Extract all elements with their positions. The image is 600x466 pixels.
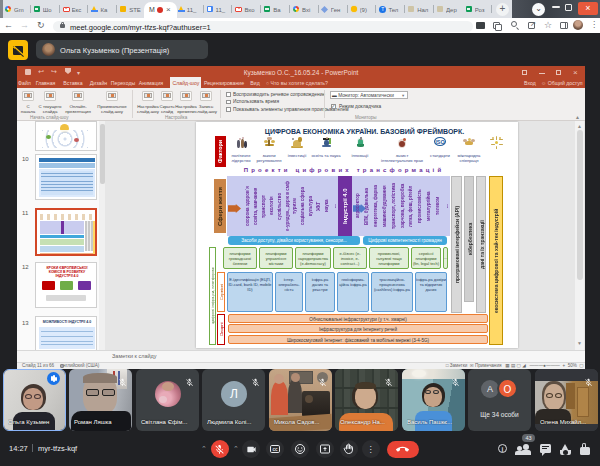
svg-text:cc: cc [272, 447, 278, 452]
